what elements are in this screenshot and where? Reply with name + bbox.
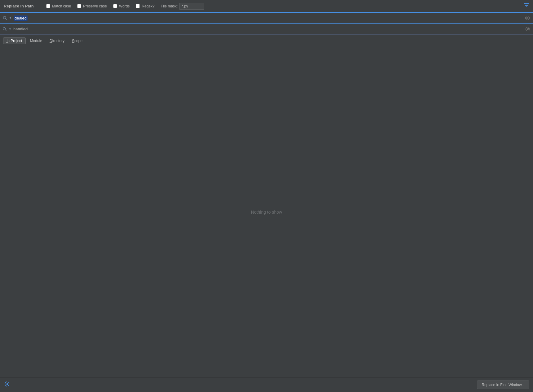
words-checkbox-group[interactable]: Words — [113, 4, 130, 8]
words-label: Words — [119, 4, 130, 8]
regex-checkbox-group[interactable]: Regex? — [136, 4, 154, 8]
toolbar: Replace in Path Match case Preserve case… — [0, 0, 533, 12]
replace-search-icon — [2, 27, 7, 31]
search-input-value[interactable]: dealed — [14, 15, 28, 21]
replace-in-find-window-button[interactable]: Replace in Find Window... — [477, 381, 529, 389]
filter-icon[interactable] — [524, 2, 529, 10]
regex-checkbox[interactable] — [136, 4, 140, 8]
svg-line-1 — [6, 19, 7, 20]
svg-point-10 — [6, 383, 8, 385]
match-case-label: Match case — [52, 4, 71, 8]
scope-tabs: In Project Module Directory Scope — [0, 35, 533, 47]
match-case-checkbox[interactable] — [46, 4, 50, 8]
search-input[interactable] — [29, 16, 525, 20]
preserve-case-checkbox-group[interactable]: Preserve case — [77, 4, 107, 8]
search-field-container: ▼ dealed — [0, 12, 533, 24]
match-case-checkbox-group[interactable]: Match case — [46, 4, 71, 8]
tab-scope[interactable]: Scope — [69, 38, 86, 44]
main-content: ▼ dealed ▼ — [0, 12, 533, 377]
replace-field-container: ▼ — [0, 24, 533, 35]
regex-label: Regex? — [142, 4, 154, 8]
file-mask-label: File mask: — [161, 4, 178, 8]
search-icon — [3, 16, 8, 20]
bottom-bar: Replace in Find Window... — [0, 377, 533, 392]
preserve-case-label: Preserve case — [83, 4, 107, 8]
search-clear-button[interactable] — [525, 15, 530, 21]
tab-directory[interactable]: Directory — [46, 38, 68, 44]
nothing-to-show-label: Nothing to show — [251, 210, 282, 215]
tab-module[interactable]: Module — [27, 38, 45, 44]
replace-clear-button[interactable] — [525, 26, 531, 32]
toolbar-title: Replace in Path — [4, 4, 34, 8]
preserve-case-checkbox[interactable] — [77, 4, 81, 8]
search-dropdown-arrow[interactable]: ▼ — [9, 16, 12, 20]
words-checkbox[interactable] — [113, 4, 117, 8]
settings-icon[interactable] — [4, 381, 10, 389]
file-mask-input[interactable] — [179, 3, 204, 10]
replace-dropdown-arrow[interactable]: ▼ — [9, 28, 11, 31]
svg-line-6 — [5, 29, 7, 31]
tab-in-project[interactable]: In Project — [3, 37, 26, 44]
results-area: Nothing to show — [0, 47, 533, 377]
file-mask-group: File mask: — [161, 3, 205, 10]
replace-input[interactable] — [13, 27, 525, 31]
